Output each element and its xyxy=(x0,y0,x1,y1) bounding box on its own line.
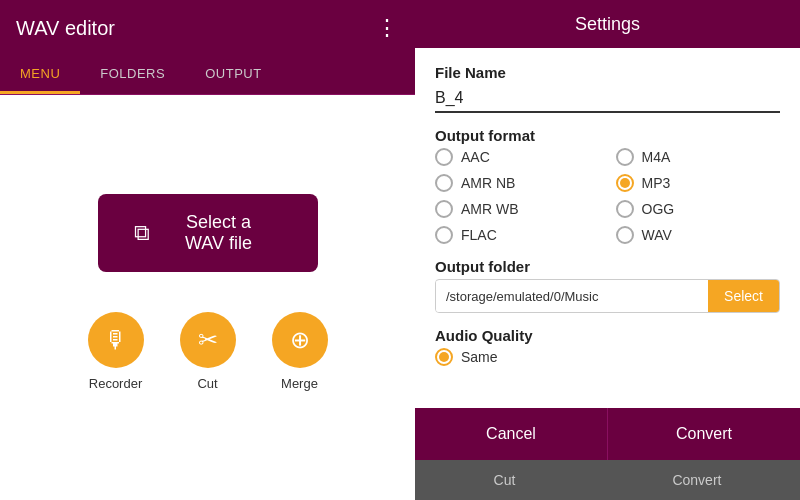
more-options-icon[interactable]: ⋮ xyxy=(376,15,399,41)
convert-button[interactable]: Convert xyxy=(608,408,800,460)
audio-quality-options: Same xyxy=(435,348,780,366)
format-m4a[interactable]: M4A xyxy=(616,148,781,166)
app-header: WAV editor ⋮ xyxy=(0,0,415,56)
recorder-button[interactable]: 🎙 xyxy=(88,312,144,368)
file-name-input[interactable] xyxy=(435,85,780,113)
audio-quality-section: Audio Quality Same xyxy=(435,327,780,366)
radio-flac[interactable] xyxy=(435,226,453,244)
left-content: ⧉ Select a WAV file 🎙 Recorder ✂ Cut ⊕ xyxy=(0,95,415,500)
radio-amrnb[interactable] xyxy=(435,174,453,192)
format-flac-label: FLAC xyxy=(461,227,497,243)
file-name-section: File Name xyxy=(435,64,780,113)
merge-icon: ⊕ xyxy=(290,326,310,354)
radio-amrwb[interactable] xyxy=(435,200,453,218)
app-title: WAV editor xyxy=(16,17,115,40)
bottom-actions: 🎙 Recorder ✂ Cut ⊕ Merge xyxy=(88,312,328,391)
format-wav[interactable]: WAV xyxy=(616,226,781,244)
folder-path: /storage/emulated/0/Music xyxy=(436,281,708,312)
quality-same-label: Same xyxy=(461,349,498,365)
format-aac-label: AAC xyxy=(461,149,490,165)
cut-action: ✂ Cut xyxy=(180,312,236,391)
select-wav-button[interactable]: ⧉ Select a WAV file xyxy=(98,194,318,272)
format-amrwb[interactable]: AMR WB xyxy=(435,200,600,218)
file-name-label: File Name xyxy=(435,64,780,81)
recorder-label: Recorder xyxy=(89,376,142,391)
select-wav-label: Select a WAV file xyxy=(168,212,270,254)
select-wav-icon: ⧉ xyxy=(134,220,150,246)
bottom-cut-button[interactable]: Cut xyxy=(464,466,546,494)
format-amrwb-label: AMR WB xyxy=(461,201,519,217)
scissors-icon: ✂ xyxy=(198,326,218,354)
format-amrnb[interactable]: AMR NB xyxy=(435,174,600,192)
format-flac[interactable]: FLAC xyxy=(435,226,600,244)
tab-output[interactable]: OUTPUT xyxy=(185,56,281,94)
tab-menu[interactable]: MENU xyxy=(0,56,80,94)
nav-tabs: MENU FOLDERS OUTPUT xyxy=(0,56,415,95)
radio-ogg[interactable] xyxy=(616,200,634,218)
cancel-button[interactable]: Cancel xyxy=(415,408,608,460)
radio-aac[interactable] xyxy=(435,148,453,166)
tab-folders[interactable]: FOLDERS xyxy=(80,56,185,94)
format-wav-label: WAV xyxy=(642,227,672,243)
format-ogg[interactable]: OGG xyxy=(616,200,781,218)
left-panel: WAV editor ⋮ MENU FOLDERS OUTPUT ⧉ Selec… xyxy=(0,0,415,500)
right-panel: Settings File Name Output format AAC M4A xyxy=(415,0,800,500)
radio-m4a[interactable] xyxy=(616,148,634,166)
format-aac[interactable]: AAC xyxy=(435,148,600,166)
settings-footer: Cancel Convert xyxy=(415,408,800,460)
bottom-convert-button[interactable]: Convert xyxy=(642,466,751,494)
output-format-label: Output format xyxy=(435,127,780,144)
folder-select-button[interactable]: Select xyxy=(708,280,779,312)
settings-body: File Name Output format AAC M4A AMR NB xyxy=(415,48,800,408)
cut-label: Cut xyxy=(197,376,217,391)
format-mp3[interactable]: MP3 xyxy=(616,174,781,192)
format-ogg-label: OGG xyxy=(642,201,675,217)
merge-action: ⊕ Merge xyxy=(272,312,328,391)
audio-quality-label: Audio Quality xyxy=(435,327,780,344)
settings-title: Settings xyxy=(575,14,640,35)
merge-label: Merge xyxy=(281,376,318,391)
radio-wav[interactable] xyxy=(616,226,634,244)
settings-header: Settings xyxy=(415,0,800,48)
output-format-grid: AAC M4A AMR NB MP3 AMR WB xyxy=(435,148,780,244)
recorder-action: 🎙 Recorder xyxy=(88,312,144,391)
quality-same[interactable]: Same xyxy=(435,348,780,366)
format-amrnb-label: AMR NB xyxy=(461,175,515,191)
merge-button[interactable]: ⊕ xyxy=(272,312,328,368)
format-mp3-label: MP3 xyxy=(642,175,671,191)
radio-quality-same[interactable] xyxy=(435,348,453,366)
output-folder-section: Output folder /storage/emulated/0/Music … xyxy=(435,258,780,313)
cut-button[interactable]: ✂ xyxy=(180,312,236,368)
microphone-icon: 🎙 xyxy=(104,326,128,354)
bottom-bar: Cut Convert xyxy=(415,460,800,500)
output-format-section: Output format AAC M4A AMR NB MP3 xyxy=(435,127,780,244)
output-folder-label: Output folder xyxy=(435,258,780,275)
radio-mp3[interactable] xyxy=(616,174,634,192)
output-folder-row: /storage/emulated/0/Music Select xyxy=(435,279,780,313)
format-m4a-label: M4A xyxy=(642,149,671,165)
